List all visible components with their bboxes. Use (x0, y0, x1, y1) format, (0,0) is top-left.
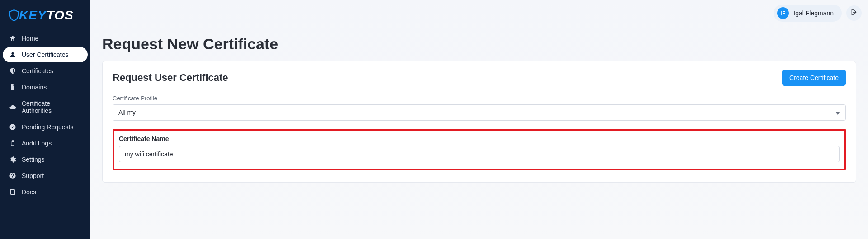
sidebar-item-label: Pending Requests (22, 123, 73, 131)
sidebar-item-home[interactable]: Home (3, 31, 88, 46)
sidebar: KEYTOS Home User Certificates Certificat… (0, 0, 90, 239)
sidebar-item-pending-requests[interactable]: Pending Requests (3, 119, 88, 135)
create-certificate-button[interactable]: Create Certificate (782, 70, 846, 86)
sidebar-item-support[interactable]: Support (3, 168, 88, 183)
sidebar-item-label: Domains (22, 84, 47, 91)
main: IF Igal Flegmann Request New Certificate… (90, 0, 868, 239)
cloud-icon (9, 103, 16, 111)
certificate-name-input[interactable] (119, 146, 840, 162)
clipboard-icon (9, 140, 16, 147)
user-name: Igal Flegmann (793, 9, 834, 17)
avatar: IF (777, 7, 789, 19)
user-menu[interactable]: IF Igal Flegmann (774, 5, 842, 22)
sidebar-item-label: User Certificates (22, 51, 68, 58)
logo-text-pre: K (19, 8, 28, 23)
nav: Home User Certificates Certificates Doma… (0, 31, 90, 200)
certificate-profile-select[interactable]: All my (113, 104, 846, 121)
sidebar-item-label: Certificates (22, 67, 53, 75)
sidebar-item-certificates[interactable]: Certificates (3, 63, 88, 79)
shield-half-icon (9, 67, 16, 75)
page-title: Request New Certificate (102, 35, 856, 53)
sidebar-item-label: Settings (22, 156, 45, 163)
sidebar-item-label: Docs (22, 188, 36, 196)
logo: KEYTOS (0, 4, 90, 31)
help-circle-icon (9, 172, 16, 179)
logout-icon (850, 9, 858, 18)
certificate-profile-value: All my (113, 105, 845, 120)
home-icon (9, 35, 16, 42)
sidebar-item-audit-logs[interactable]: Audit Logs (3, 136, 88, 151)
logo-text-post: TOS (47, 8, 74, 23)
certificate-name-label: Certificate Name (119, 135, 840, 142)
book-icon (9, 188, 16, 196)
card-header: Request User Certificate Create Certific… (113, 70, 846, 86)
sidebar-item-label: Audit Logs (22, 140, 52, 147)
chevron-down-icon (835, 108, 840, 117)
certificate-profile-label: Certificate Profile (113, 95, 846, 102)
logout-button[interactable] (846, 5, 862, 21)
certificate-name-highlight: Certificate Name (113, 129, 846, 170)
shield-icon (9, 9, 19, 21)
certificate-profile-field: Certificate Profile All my (113, 95, 846, 121)
topbar: IF Igal Flegmann (90, 0, 868, 26)
user-cert-icon (9, 51, 16, 58)
request-card: Request User Certificate Create Certific… (102, 61, 856, 183)
check-circle-icon (9, 123, 16, 131)
sidebar-item-domains[interactable]: Domains (3, 80, 88, 95)
card-title: Request User Certificate (113, 72, 228, 84)
sidebar-item-user-certificates[interactable]: User Certificates (3, 47, 88, 62)
sidebar-item-label: Home (22, 35, 38, 42)
sidebar-item-cert-authorities[interactable]: Certificate Authorities (3, 96, 88, 118)
gear-icon (9, 156, 16, 163)
logo-text-mid: EY (28, 8, 46, 23)
sidebar-item-settings[interactable]: Settings (3, 152, 88, 167)
sidebar-item-label: Support (22, 172, 44, 179)
content: Request New Certificate Request User Cer… (90, 26, 868, 192)
sidebar-item-label: Certificate Authorities (22, 100, 81, 114)
file-icon (9, 84, 16, 91)
sidebar-item-docs[interactable]: Docs (3, 184, 88, 200)
